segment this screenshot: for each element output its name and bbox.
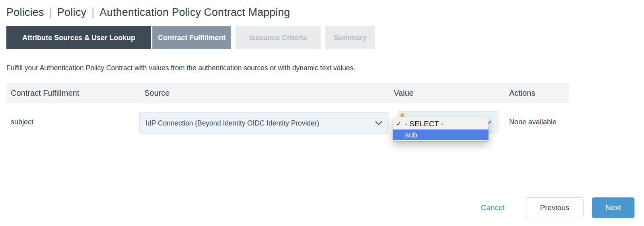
dropdown-option-sub[interactable]: sub bbox=[393, 129, 488, 140]
breadcrumb-separator: | bbox=[91, 6, 94, 18]
tab-summary: Summary bbox=[325, 26, 375, 49]
table-row: subject IdP Connection (Beyond Identity … bbox=[6, 103, 569, 143]
page-description: Fulfill your Authentication Policy Contr… bbox=[6, 64, 644, 72]
breadcrumb-policy[interactable]: Policy bbox=[57, 6, 86, 18]
breadcrumb-policies[interactable]: Policies bbox=[6, 6, 44, 18]
chevron-down-icon bbox=[375, 121, 382, 126]
breadcrumb-separator: | bbox=[49, 6, 52, 18]
source-cell: IdP Connection (Beyond Identity OIDC Ide… bbox=[140, 103, 389, 143]
source-select[interactable]: IdP Connection (Beyond Identity OIDC Ide… bbox=[139, 112, 389, 134]
value-cell: ✓ - SELECT - sub bbox=[389, 103, 505, 143]
dropdown-option-label: - SELECT - bbox=[405, 120, 444, 128]
tab-contract-fulfillment[interactable]: Contract Fulfillment bbox=[152, 26, 231, 49]
table-header: Contract Fulfillment Source Value Action… bbox=[6, 83, 569, 103]
column-header-source: Source bbox=[140, 89, 389, 98]
column-header-actions: Actions bbox=[505, 89, 569, 98]
page-title: Authentication Policy Contract Mapping bbox=[99, 6, 290, 18]
actions-cell-text: None available bbox=[505, 103, 569, 143]
wizard-tabs: Attribute Sources & User Lookup Contract… bbox=[6, 26, 644, 49]
source-select-value: IdP Connection (Beyond Identity OIDC Ide… bbox=[146, 119, 319, 127]
checkmark-icon: ✓ bbox=[396, 120, 405, 127]
next-button[interactable]: Next bbox=[592, 197, 634, 218]
footer-actions: Cancel Previous Next bbox=[481, 197, 634, 218]
contract-attribute-label: subject bbox=[6, 103, 140, 143]
previous-button[interactable]: Previous bbox=[526, 197, 584, 218]
dropdown-option-select[interactable]: ✓ - SELECT - bbox=[393, 118, 488, 129]
tab-issuance-criteria: Issuance Criteria bbox=[235, 26, 321, 49]
column-header-contract-fulfillment: Contract Fulfillment bbox=[6, 89, 140, 98]
cancel-link[interactable]: Cancel bbox=[481, 203, 504, 212]
dropdown-option-label: sub bbox=[405, 131, 417, 139]
value-dropdown-menu: ✓ - SELECT - sub bbox=[393, 117, 488, 141]
breadcrumb: Policies|Policy|Authentication Policy Co… bbox=[6, 6, 644, 19]
column-header-value: Value bbox=[389, 89, 505, 98]
tab-attribute-sources-user-lookup[interactable]: Attribute Sources & User Lookup bbox=[6, 26, 151, 49]
